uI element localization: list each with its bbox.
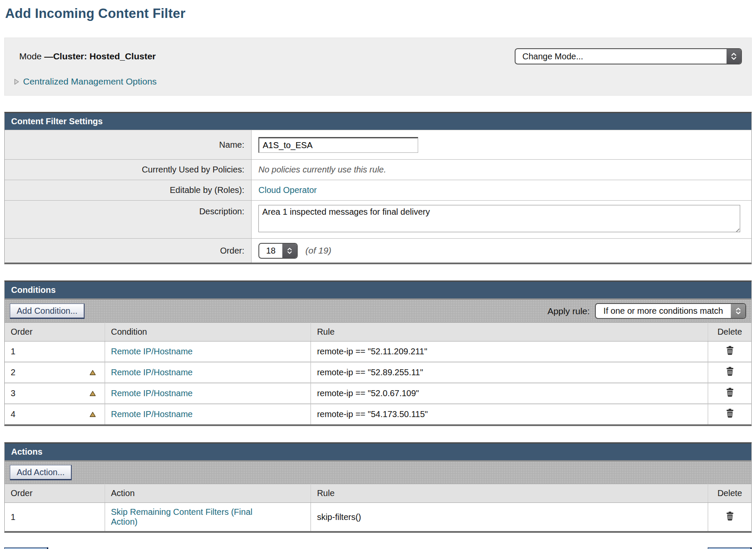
- name-label: Name:: [5, 130, 252, 159]
- chevron-up-down-icon: [731, 304, 745, 318]
- delete-condition-button[interactable]: [726, 409, 734, 418]
- condition-rule: remote-ip == "54.173.50.115": [317, 409, 428, 419]
- footer-bar: Cancel Submit: [4, 547, 752, 549]
- cloud-operator-link[interactable]: Cloud Operator: [258, 185, 317, 195]
- conditions-header: Conditions: [5, 282, 751, 298]
- editable-by-roles-label: Editable by (Roles):: [5, 180, 252, 200]
- actions-col-action: Action: [105, 484, 311, 503]
- condition-order: 2: [11, 368, 15, 377]
- mode-value: —Cluster: Hosted_Cluster: [44, 51, 155, 61]
- action-link[interactable]: Skip Remaining Content Filters (Final Ac…: [111, 507, 252, 526]
- move-up-icon[interactable]: [89, 412, 96, 418]
- move-up-icon[interactable]: [89, 370, 96, 376]
- centralized-management-options-link[interactable]: Centralized Management Options: [23, 76, 157, 87]
- condition-rule: remote-ip == "52.11.209.211": [317, 347, 427, 356]
- add-condition-button[interactable]: Add Condition...: [10, 304, 85, 319]
- trash-icon: [726, 367, 734, 376]
- submit-button[interactable]: Submit: [708, 547, 752, 549]
- conditions-toolbar: Add Condition... Apply rule: If one or m…: [5, 298, 751, 322]
- order-label: Order:: [5, 239, 252, 263]
- actions-section: Actions Add Action... Order Action Rule …: [4, 442, 752, 533]
- conditions-col-delete: Delete: [708, 323, 751, 342]
- action-row: 1 Skip Remaining Content Filters (Final …: [5, 503, 751, 531]
- condition-order: 3: [11, 388, 15, 398]
- order-selected-value: 18: [259, 244, 282, 258]
- trash-icon: [726, 409, 734, 418]
- description-label: Description:: [5, 201, 252, 238]
- trash-icon: [726, 346, 734, 355]
- content-filter-settings-section: Content Filter Settings Name: Currently …: [4, 112, 752, 264]
- condition-link[interactable]: Remote IP/Hostname: [111, 409, 193, 419]
- change-mode-selected-value: Change Mode...: [516, 49, 727, 64]
- actions-col-delete: Delete: [708, 484, 751, 503]
- page-title: Add Incoming Content Filter: [5, 6, 752, 21]
- delete-condition-button[interactable]: [726, 388, 734, 397]
- delete-condition-button[interactable]: [726, 346, 734, 355]
- disclosure-triangle-icon[interactable]: [14, 79, 19, 85]
- actions-toolbar: Add Action...: [5, 460, 751, 484]
- actions-col-order: Order: [5, 484, 105, 503]
- trash-icon: [726, 511, 734, 521]
- currently-used-by-policies-label: Currently Used by Policies:: [5, 160, 252, 180]
- condition-link[interactable]: Remote IP/Hostname: [111, 388, 193, 398]
- action-rule: skip-filters(): [317, 512, 361, 522]
- chevron-up-down-icon: [282, 244, 297, 258]
- mode-label: Mode: [19, 51, 42, 61]
- name-input[interactable]: [258, 137, 418, 153]
- change-mode-select[interactable]: Change Mode...: [515, 48, 742, 64]
- description-textarea[interactable]: Area 1 inspected messages for final deli…: [258, 205, 740, 232]
- content-filter-settings-header: Content Filter Settings: [5, 113, 751, 130]
- condition-rule: remote-ip == "52.0.67.109": [317, 388, 419, 398]
- currently-used-by-policies-value: No policies currently use this rule.: [258, 165, 386, 175]
- action-order: 1: [11, 512, 15, 522]
- apply-rule-select[interactable]: If one or more conditions match: [595, 303, 746, 319]
- apply-rule-label: Apply rule:: [548, 306, 590, 316]
- trash-icon: [726, 388, 734, 397]
- apply-rule-selected-value: If one or more conditions match: [596, 304, 731, 318]
- condition-row: 3 Remote IP/Hostname remote-ip == "52.0.…: [5, 383, 751, 404]
- conditions-table: Order Condition Rule Delete 1 Remote IP/…: [5, 322, 751, 424]
- mode-panel: Mode —Cluster: Hosted_Cluster Change Mod…: [4, 38, 752, 96]
- condition-row: 4 Remote IP/Hostname remote-ip == "54.17…: [5, 404, 751, 424]
- mode-text: Mode —Cluster: Hosted_Cluster: [14, 51, 156, 61]
- actions-header: Actions: [5, 444, 751, 460]
- condition-row: 2 Remote IP/Hostname remote-ip == "52.89…: [5, 362, 751, 383]
- conditions-col-order: Order: [5, 323, 105, 342]
- condition-link[interactable]: Remote IP/Hostname: [111, 347, 193, 356]
- order-of-total: (of 19): [305, 245, 331, 256]
- move-up-icon[interactable]: [89, 391, 96, 397]
- cancel-button[interactable]: Cancel: [4, 547, 48, 549]
- condition-order: 4: [11, 409, 15, 419]
- condition-row: 1 Remote IP/Hostname remote-ip == "52.11…: [5, 342, 751, 362]
- condition-link[interactable]: Remote IP/Hostname: [111, 368, 193, 377]
- delete-action-button[interactable]: [726, 511, 734, 521]
- conditions-col-condition: Condition: [105, 323, 311, 342]
- condition-rule: remote-ip == "52.89.255.11": [317, 368, 423, 377]
- conditions-section: Conditions Add Condition... Apply rule: …: [4, 280, 752, 426]
- order-select[interactable]: 18: [258, 243, 298, 259]
- delete-condition-button[interactable]: [726, 367, 734, 376]
- add-action-button[interactable]: Add Action...: [10, 465, 72, 480]
- chevron-up-down-icon: [727, 49, 741, 64]
- conditions-col-rule: Rule: [311, 323, 708, 342]
- condition-order: 1: [11, 347, 15, 356]
- actions-table: Order Action Rule Delete 1 Skip Remainin…: [5, 484, 751, 531]
- actions-col-rule: Rule: [311, 484, 708, 503]
